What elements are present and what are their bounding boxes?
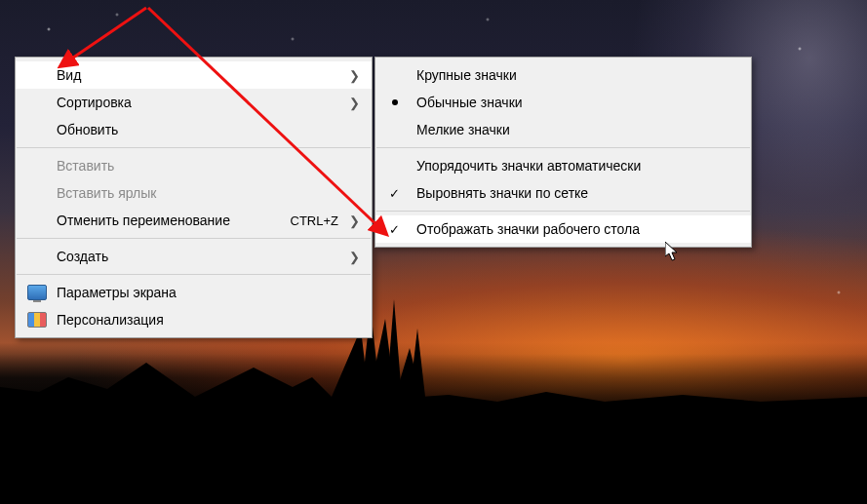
menu-item-label: Вставить ярлык (57, 185, 156, 201)
submenu-item-align-grid[interactable]: ✓ Выровнять значки по сетке (375, 179, 751, 207)
menu-item-new[interactable]: Создать ❯ (16, 243, 372, 270)
menu-item-label: Вид (57, 67, 81, 83)
menu-item-sort[interactable]: Сортировка ❯ (16, 89, 372, 116)
menu-item-display-settings[interactable]: Параметры экрана (16, 279, 372, 306)
menu-item-label: Параметры экрана (57, 285, 177, 300)
menu-item-label: Сортировка (57, 95, 132, 110)
menu-item-view[interactable]: Вид ❯ (16, 61, 372, 89)
chevron-right-icon: ❯ (349, 213, 360, 228)
menu-separator (17, 274, 371, 275)
menu-item-label: Отменить переименование (57, 213, 230, 228)
chevron-right-icon: ❯ (349, 250, 360, 264)
menu-separator (17, 147, 371, 148)
menu-item-label: Вставить (57, 158, 114, 174)
monitor-icon (27, 285, 47, 300)
radio-selected-icon (392, 99, 398, 105)
menu-item-refresh[interactable]: Обновить (16, 116, 372, 143)
submenu-item-auto-arrange[interactable]: Упорядочить значки автоматически (375, 152, 751, 179)
check-icon: ✓ (389, 186, 400, 201)
menu-item-paste: Вставить (16, 152, 372, 179)
menu-item-shortcut: CTRL+Z (291, 213, 338, 228)
menu-item-label: Обычные значки (416, 95, 523, 110)
submenu-item-medium-icons[interactable]: Обычные значки (375, 89, 751, 116)
menu-separator (17, 238, 371, 239)
view-submenu: Крупные значки Обычные значки Мелкие зна… (374, 57, 752, 248)
menu-item-label: Персонализация (57, 312, 164, 328)
desktop-context-menu: Вид ❯ Сортировка ❯ Обновить Вставить Вст… (15, 57, 373, 338)
menu-item-label: Крупные значки (416, 67, 517, 83)
menu-separator (376, 211, 750, 212)
chevron-right-icon: ❯ (349, 68, 360, 83)
submenu-item-show-desktop-icons[interactable]: ✓ Отображать значки рабочего стола (375, 215, 751, 243)
menu-separator (376, 147, 750, 148)
menu-item-label: Обновить (57, 122, 118, 137)
menu-item-label: Создать (57, 249, 108, 264)
menu-item-undo-rename[interactable]: Отменить переименование CTRL+Z ❯ (16, 207, 372, 234)
menu-item-label: Отображать значки рабочего стола (416, 221, 640, 237)
check-icon: ✓ (389, 222, 400, 237)
submenu-item-large-icons[interactable]: Крупные значки (375, 61, 751, 89)
menu-item-label: Упорядочить значки автоматически (416, 158, 641, 174)
personalize-icon (27, 312, 47, 328)
menu-item-label: Выровнять значки по сетке (416, 185, 588, 201)
menu-item-paste-shortcut: Вставить ярлык (16, 179, 372, 207)
menu-item-label: Мелкие значки (416, 122, 510, 137)
submenu-item-small-icons[interactable]: Мелкие значки (375, 116, 751, 143)
chevron-right-icon: ❯ (349, 96, 360, 110)
menu-item-personalize[interactable]: Персонализация (16, 306, 372, 333)
